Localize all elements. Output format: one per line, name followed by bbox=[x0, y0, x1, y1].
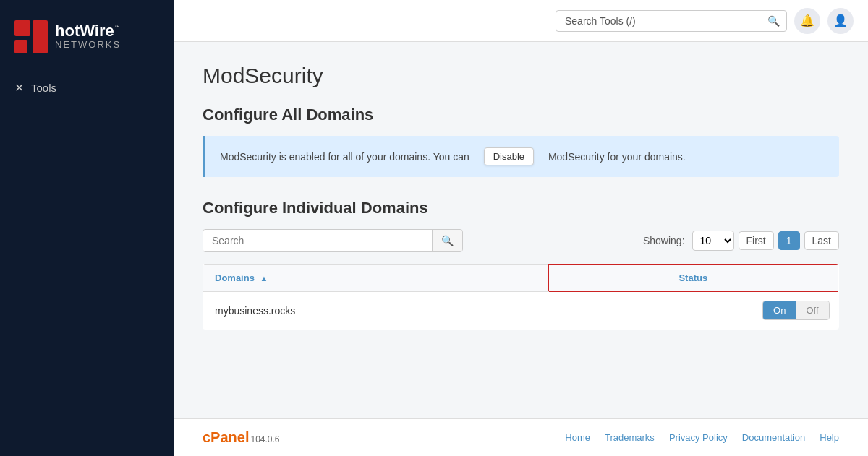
status-cell: On Off bbox=[548, 291, 838, 330]
domain-cell: mybusiness.rocks bbox=[203, 291, 548, 330]
banner-text-before: ModSecurity is enabled for all of your d… bbox=[220, 151, 469, 163]
configure-all-title: Configure All Domains bbox=[203, 106, 839, 124]
footer: cPanel 104.0.6 Home Trademarks Privacy P… bbox=[174, 418, 868, 456]
cpanel-brand: cPanel bbox=[203, 429, 249, 446]
user-button[interactable]: 👤 bbox=[827, 8, 854, 34]
footer-link-privacy[interactable]: Privacy Policy bbox=[669, 432, 728, 443]
last-page-button[interactable]: Last bbox=[804, 231, 839, 250]
search-tools-icon: 🔍 bbox=[767, 15, 780, 27]
section-controls: 🔍 Showing: 10 25 50 100 First 1 Last bbox=[203, 229, 839, 252]
toggle-on-button[interactable]: On bbox=[763, 301, 796, 319]
banner-text-after: ModSecurity for your domains. bbox=[548, 151, 686, 163]
footer-link-home[interactable]: Home bbox=[565, 432, 590, 443]
logo-area: hotWire ℠ NETWORKS bbox=[0, 0, 135, 66]
footer-links: Home Trademarks Privacy Policy Documenta… bbox=[565, 432, 839, 443]
domains-table: Domains ▲ Status mybusiness.rocks On Off bbox=[203, 264, 839, 330]
table-row: mybusiness.rocks On Off bbox=[203, 291, 839, 330]
cpanel-version: 104.0.6 bbox=[250, 434, 279, 444]
logo-sm: ℠ bbox=[114, 25, 121, 33]
per-page-select[interactable]: 10 25 50 100 bbox=[692, 231, 734, 251]
tools-icon: ✕ bbox=[14, 81, 24, 95]
toggle-off-button[interactable]: Off bbox=[796, 301, 828, 319]
logo-networks: NETWORKS bbox=[55, 40, 121, 50]
page-title: ModSecurity bbox=[203, 64, 839, 88]
first-page-button[interactable]: First bbox=[739, 231, 774, 250]
logo-text: hotWire ℠ NETWORKS bbox=[55, 22, 121, 50]
notifications-button[interactable]: 🔔 bbox=[794, 8, 820, 34]
sidebar: hotWire ℠ NETWORKS ✕ Tools bbox=[0, 0, 174, 456]
footer-link-documentation[interactable]: Documentation bbox=[742, 432, 805, 443]
domain-search-input[interactable] bbox=[203, 230, 432, 251]
logo-icon bbox=[14, 20, 46, 52]
search-tools-input[interactable] bbox=[556, 10, 787, 32]
logo-hotwire: hotWire bbox=[55, 22, 114, 40]
topbar: 🔍 🔔 👤 bbox=[174, 0, 868, 42]
sidebar-menu: ✕ Tools bbox=[0, 66, 174, 109]
sidebar-item-tools-label: Tools bbox=[31, 82, 56, 94]
main-wrapper: 🔍 🔔 👤 ModSecurity Configure All Domains … bbox=[174, 0, 868, 456]
main-content: ModSecurity Configure All Domains ModSec… bbox=[174, 42, 868, 418]
configure-individual-title: Configure Individual Domains bbox=[203, 199, 839, 218]
showing-label: Showing: bbox=[643, 235, 685, 246]
on-off-toggle: On Off bbox=[762, 301, 829, 320]
search-tools-wrap: 🔍 bbox=[556, 10, 787, 32]
domain-search-button[interactable]: 🔍 bbox=[432, 230, 462, 251]
search-wrap: 🔍 bbox=[203, 229, 463, 252]
pagination-controls: Showing: 10 25 50 100 First 1 Last bbox=[643, 231, 839, 251]
info-banner: ModSecurity is enabled for all of your d… bbox=[203, 136, 839, 177]
footer-link-help[interactable]: Help bbox=[820, 432, 839, 443]
page-1-button[interactable]: 1 bbox=[778, 231, 800, 250]
col-status-header: Status bbox=[548, 264, 838, 291]
col-domains-header[interactable]: Domains ▲ bbox=[203, 264, 548, 291]
cpanel-logo: cPanel 104.0.6 bbox=[203, 429, 280, 446]
disable-button[interactable]: Disable bbox=[484, 147, 534, 165]
sort-arrow: ▲ bbox=[260, 274, 268, 283]
footer-link-trademarks[interactable]: Trademarks bbox=[605, 432, 655, 443]
sidebar-item-tools[interactable]: ✕ Tools bbox=[0, 74, 174, 102]
